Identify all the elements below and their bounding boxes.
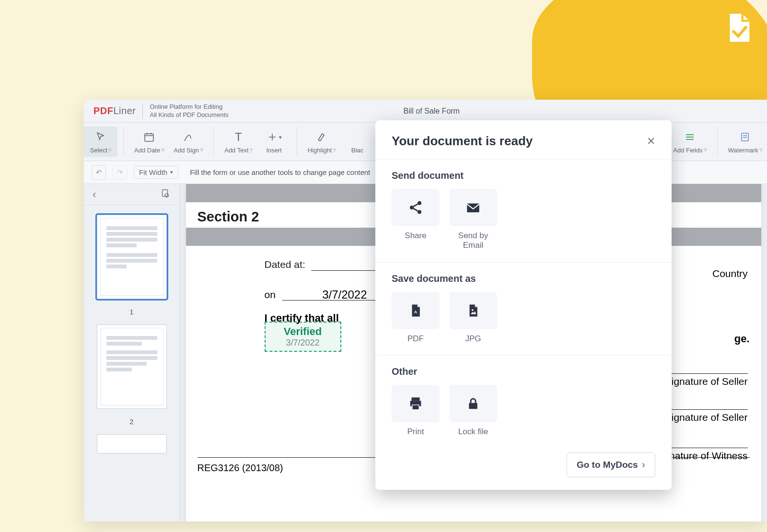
highlight-tool[interactable]: Highlight? [303,127,341,157]
modal-title: Your document is ready [392,134,533,149]
email-icon [449,189,497,226]
plus-icon: ▾ [267,129,282,145]
hint-text: Fill the form or use another tools to ch… [190,168,370,176]
other-heading: Other [392,366,655,377]
page-settings-icon[interactable] [160,188,171,201]
calendar-icon [141,129,157,145]
app-window: PDFLiner Online Platform for EditingAll … [84,100,767,521]
blackout-icon [349,129,365,145]
thumbnail-page-1[interactable] [97,215,167,299]
dated-label: Dated at: [265,259,305,270]
lock-icon [449,385,497,422]
svg-point-6 [418,210,421,214]
print-icon [392,385,440,422]
brand: PDFLiner Online Platform for EditingAll … [93,103,229,119]
fields-icon [682,129,697,145]
knowledge-fragment: ge. [734,333,750,345]
thumbnail-page-2[interactable] [97,324,167,409]
svg-rect-13 [469,403,477,409]
add-date-tool[interactable]: Add Date? [129,127,169,157]
go-to-mydocs-button[interactable]: Go to MyDocs [567,452,655,477]
back-icon[interactable]: ‹ [93,188,96,201]
svg-text:A: A [414,310,418,314]
zoom-select[interactable]: Fit Width▾ [134,166,178,179]
thumbnail-panel: ‹ 1 2 [84,184,180,521]
svg-rect-10 [412,397,420,401]
watermark-tool[interactable]: Watermark? [723,127,767,157]
thumbnail-page-3[interactable] [97,434,167,453]
brand-tagline: Online Platform for EditingAll Kinds of … [150,103,228,119]
watermark-icon [737,129,753,145]
redo-button[interactable]: ↷ [113,165,127,180]
country-label: Country [712,268,748,279]
print-button[interactable]: Print [392,385,440,437]
add-fields-tool[interactable]: Add Fields? [668,127,711,157]
page-number: 2 [129,417,133,426]
save-jpg-button[interactable]: JPG [449,292,497,344]
svg-rect-1 [742,133,748,141]
save-pdf-button[interactable]: A PDF [392,292,440,344]
insert-tool[interactable]: ▾ Insert [257,127,291,157]
chevron-right-icon [642,459,645,471]
svg-rect-12 [412,405,419,410]
svg-rect-0 [145,134,153,141]
highlighter-icon [314,129,329,145]
add-sign-tool[interactable]: Add Sign? [169,127,208,157]
pen-icon [181,129,196,145]
save-heading: Save document as [392,273,655,284]
close-icon[interactable]: ✕ [647,135,655,148]
document-title: Bill of Sale Form [240,107,624,116]
verified-stamp[interactable]: Verified 3/7/2022 [265,322,341,352]
svg-rect-7 [467,204,479,212]
send-heading: Send document [392,170,655,181]
text-icon: T [231,129,246,145]
svg-point-4 [418,201,421,205]
undo-button[interactable]: ↶ [92,165,106,180]
on-label: on [265,289,276,301]
send-email-button[interactable]: Send by Email [449,189,497,251]
lock-file-button[interactable]: Lock file [449,385,497,437]
titlebar: PDFLiner Online Platform for EditingAll … [84,100,767,123]
cursor-icon [93,129,108,145]
pdf-icon [721,11,755,45]
pdf-file-icon: A [392,292,440,329]
page-number: 1 [129,308,133,316]
svg-point-5 [410,206,414,209]
share-button[interactable]: Share [392,189,440,251]
document-ready-modal: Your document is ready ✕ Send document S… [375,120,672,490]
svg-point-9 [472,309,474,311]
image-file-icon [449,292,497,329]
brand-logo: PDFLiner [93,105,136,116]
blackout-tool[interactable]: Blac [340,127,374,157]
select-tool[interactable]: Select? [84,127,117,157]
share-icon [392,189,440,226]
add-text-tool[interactable]: T Add Text? [220,127,257,157]
